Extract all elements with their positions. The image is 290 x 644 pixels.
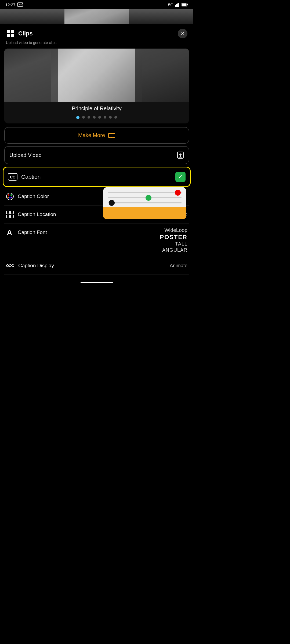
caption-font-options: WideLoop POSTER TALL ANGULAR bbox=[160, 227, 187, 253]
red-slider-track bbox=[108, 192, 182, 193]
display-icon bbox=[6, 262, 15, 269]
close-icon: ✕ bbox=[181, 31, 185, 36]
font-option-poster[interactable]: POSTER bbox=[160, 234, 187, 241]
color-picker-popup bbox=[103, 187, 186, 219]
svg-rect-3 bbox=[177, 3, 178, 7]
svg-rect-14 bbox=[111, 133, 112, 134]
svg-point-35 bbox=[6, 265, 9, 267]
blue-slider-track bbox=[108, 202, 182, 203]
font-option-tall[interactable]: TALL bbox=[175, 241, 187, 247]
carousel-dot-2[interactable] bbox=[82, 116, 85, 119]
status-left: 12:27 bbox=[5, 2, 23, 7]
time: 12:27 bbox=[5, 2, 16, 7]
red-slider-row bbox=[108, 192, 182, 193]
video-carousel[interactable]: Principle of Relativity bbox=[4, 49, 189, 123]
svg-text:CC: CC bbox=[10, 175, 15, 179]
check-icon: ✓ bbox=[178, 173, 183, 180]
svg-rect-12 bbox=[108, 133, 115, 138]
green-slider-thumb[interactable] bbox=[146, 195, 151, 201]
home-indicator bbox=[81, 282, 113, 283]
carousel-dot-5[interactable] bbox=[98, 116, 101, 119]
blue-slider-thumb[interactable] bbox=[109, 200, 115, 206]
font-option-wideloop[interactable]: WideLoop bbox=[164, 227, 187, 233]
blue-slider-row bbox=[108, 202, 182, 203]
close-button[interactable]: ✕ bbox=[178, 29, 187, 38]
svg-rect-15 bbox=[113, 133, 114, 134]
panel-title-text: Clips bbox=[18, 30, 33, 37]
carousel-dots bbox=[4, 116, 189, 123]
caption-display-value: Animate bbox=[170, 263, 187, 269]
svg-rect-32 bbox=[6, 215, 9, 218]
caption-font-row[interactable]: A Caption Font WideLoop POSTER TALL ANGU… bbox=[4, 224, 189, 257]
red-slider-thumb[interactable] bbox=[175, 190, 181, 196]
svg-rect-1 bbox=[175, 5, 176, 7]
svg-point-37 bbox=[12, 265, 14, 267]
upload-video-button[interactable]: Upload Video bbox=[4, 146, 189, 164]
caption-label: Caption bbox=[21, 174, 41, 180]
main-panel: Clips ✕ Upload video to generate clips P… bbox=[0, 24, 193, 290]
panel-title: Clips bbox=[6, 29, 33, 38]
caption-location-left: Caption Location bbox=[6, 210, 56, 218]
svg-point-36 bbox=[9, 265, 11, 267]
caption-row[interactable]: CC Caption ✓ bbox=[3, 167, 191, 187]
caption-display-row[interactable]: Caption Display Animate bbox=[4, 257, 189, 275]
film-icon bbox=[108, 133, 115, 138]
make-more-button[interactable]: Make More bbox=[4, 127, 189, 144]
svg-point-25 bbox=[8, 194, 9, 196]
green-slider-row bbox=[108, 197, 182, 198]
video-preview-top bbox=[0, 9, 193, 24]
svg-rect-4 bbox=[178, 3, 179, 7]
upload-icon bbox=[177, 151, 184, 159]
svg-rect-10 bbox=[7, 34, 10, 37]
carousel-dot-6[interactable] bbox=[104, 116, 106, 119]
svg-rect-0 bbox=[17, 3, 23, 6]
green-slider-track bbox=[108, 197, 182, 198]
cc-icon: CC bbox=[8, 173, 17, 181]
video-thumb-top bbox=[64, 9, 129, 24]
svg-rect-7 bbox=[182, 3, 187, 6]
svg-rect-13 bbox=[109, 133, 110, 134]
make-more-label: Make More bbox=[78, 132, 105, 138]
upload-video-label: Upload Video bbox=[9, 152, 42, 158]
caption-display-left: Caption Display bbox=[6, 262, 54, 269]
svg-rect-2 bbox=[176, 4, 177, 7]
caption-font-label: Caption Font bbox=[18, 229, 47, 235]
carousel-title: Principle of Relativity bbox=[4, 102, 189, 116]
svg-rect-30 bbox=[6, 211, 9, 214]
carousel-image bbox=[4, 49, 189, 102]
svg-rect-17 bbox=[111, 137, 112, 138]
svg-rect-18 bbox=[113, 137, 114, 138]
caption-left: CC Caption bbox=[8, 173, 41, 181]
carousel-dot-3[interactable] bbox=[88, 116, 90, 119]
font-icon: A bbox=[6, 228, 14, 236]
color-preview-bar bbox=[103, 207, 186, 219]
status-bar: 12:27 5G bbox=[0, 0, 193, 9]
caption-color-row[interactable]: Caption Color bbox=[4, 190, 189, 206]
network-label: 5G bbox=[168, 2, 173, 7]
svg-point-29 bbox=[11, 197, 13, 198]
grid-icon bbox=[6, 210, 14, 218]
caption-font-left: A Caption Font bbox=[6, 227, 47, 236]
carousel-dot-8[interactable] bbox=[114, 116, 117, 119]
caption-display-label: Caption Display bbox=[18, 263, 54, 269]
svg-rect-11 bbox=[11, 34, 14, 37]
palette-icon bbox=[6, 192, 14, 200]
font-option-angular[interactable]: ANGULAR bbox=[162, 247, 187, 253]
panel-header: Clips ✕ bbox=[0, 24, 193, 40]
mail-icon bbox=[17, 2, 23, 7]
bottom-bar bbox=[0, 277, 193, 285]
svg-rect-31 bbox=[10, 211, 13, 214]
status-right: 5G bbox=[168, 2, 188, 7]
svg-rect-6 bbox=[187, 4, 188, 5]
svg-point-28 bbox=[8, 197, 9, 198]
panel-subtitle: Upload video to generate clips bbox=[0, 40, 193, 49]
caption-checkbox[interactable]: ✓ bbox=[175, 172, 186, 182]
svg-text:A: A bbox=[7, 228, 12, 236]
svg-point-26 bbox=[10, 194, 12, 196]
svg-rect-16 bbox=[109, 137, 110, 138]
carousel-dot-4[interactable] bbox=[93, 116, 96, 119]
carousel-dot-7[interactable] bbox=[109, 116, 112, 119]
caption-color-label: Caption Color bbox=[18, 193, 49, 199]
carousel-dot-1[interactable] bbox=[76, 116, 79, 119]
svg-point-24 bbox=[6, 193, 13, 200]
